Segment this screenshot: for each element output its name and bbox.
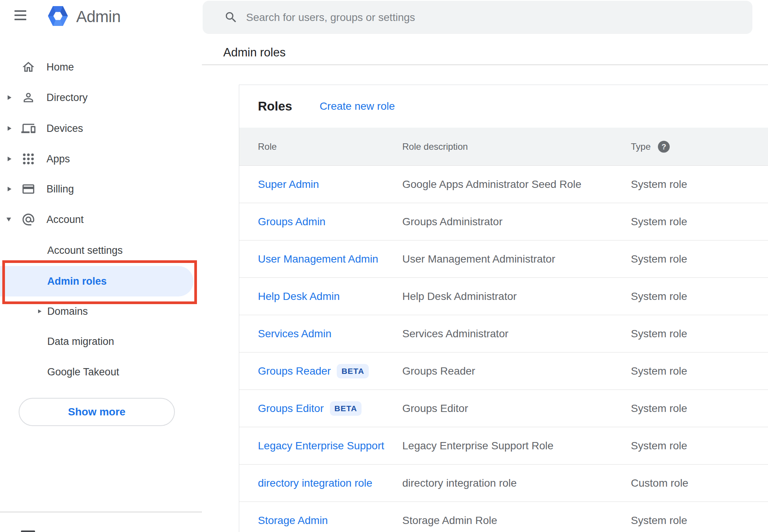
sidebar-item-google-takeout[interactable]: Google Takeout [0,357,202,387]
role-cell: Groups Reader BETA [258,364,369,378]
sidebar-item-label: Directory [46,92,88,104]
home-icon [21,60,35,74]
devices-icon [21,122,35,136]
role-type: System role [631,253,687,265]
sidebar-item-label: Billing [46,183,74,195]
table-row: directory integration role directory int… [239,464,768,502]
admin-logo-icon [48,6,68,28]
role-type: System role [631,402,687,415]
role-cell: Storage Admin [258,514,328,527]
column-header-type: Type ? [631,141,670,152]
table-row: Groups Admin Groups Administrator System… [239,203,768,240]
chevron-right-icon[interactable] [38,309,42,313]
sidebar-item-home[interactable]: Home [0,52,202,82]
role-link[interactable]: Help Desk Admin [258,290,340,303]
role-link[interactable]: Groups Admin [258,216,325,228]
role-cell: Groups Admin [258,216,325,228]
person-icon [21,91,35,105]
sidebar-item-directory[interactable]: Directory [0,82,202,113]
role-link[interactable]: Legacy Enterprise Support [258,440,384,452]
sidebar-item-admin-roles[interactable]: Admin roles [0,266,202,296]
sidebar-divider [0,511,202,513]
role-link[interactable]: Storage Admin [258,514,328,527]
apps-grid-icon [21,152,35,166]
role-link[interactable]: Groups Editor [258,402,324,415]
role-description: Legacy Enterprise Support Role [402,440,554,452]
chevron-right-icon[interactable] [8,95,11,100]
beta-badge: BETA [337,364,369,378]
chevron-down-icon[interactable] [6,218,11,221]
role-type: System role [631,178,687,191]
sidebar-item-account-settings[interactable]: Account settings [0,235,202,266]
column-header-type-label: Type [631,141,651,152]
roles-card: Roles Create new role Role Role descript… [239,85,768,532]
beta-badge: BETA [330,401,362,416]
sidebar-item-label: Account settings [47,245,123,256]
sidebar-item-label: Data migration [47,336,114,348]
table-header-row: Role Role description Type ? [239,128,768,165]
role-link[interactable]: User Management Admin [258,253,378,265]
sidebar-item-label: Domains [47,306,88,317]
search-input[interactable] [203,1,752,34]
role-description: Groups Administrator [402,216,502,228]
table-row: Services Admin Services Administrator Sy… [239,315,768,352]
breadcrumb: Admin roles [223,45,286,60]
sidebar-item-domains[interactable]: Domains [0,296,202,327]
hamburger-bar [14,10,26,12]
admin-console: Admin Admin roles Home Directory Devices… [0,0,768,532]
role-cell: Services Admin [258,328,331,340]
table-row: Storage Admin Storage Admin Role System … [239,502,768,532]
role-cell: Super Admin [258,178,319,191]
table-body: Super Admin Google Apps Administrator Se… [239,165,768,532]
sidebar-item-label: Devices [46,123,83,135]
role-type: System role [631,440,687,452]
header-divider [202,64,768,65]
role-description: Groups Reader [402,365,475,377]
role-description: Google Apps Administrator Seed Role [402,178,581,191]
role-cell: Help Desk Admin [258,290,340,303]
hamburger-menu-button[interactable] [14,10,26,20]
role-cell: directory integration role [258,477,372,489]
sidebar-item-billing[interactable]: Billing [0,174,202,204]
column-header-role-description: Role description [402,141,468,152]
chevron-right-icon[interactable] [8,187,11,191]
help-icon[interactable]: ? [658,141,670,152]
table-row: Legacy Enterprise Support Legacy Enterpr… [239,427,768,464]
chevron-right-icon[interactable] [8,157,11,161]
table-row: Help Desk Admin Help Desk Administrator … [239,277,768,315]
create-new-role-link[interactable]: Create new role [320,100,395,112]
show-more-button[interactable]: Show more [19,398,175,426]
sidebar-item-label: Apps [46,153,70,165]
role-cell: Groups Editor BETA [258,401,362,416]
sidebar-item-label: Admin roles [47,276,107,287]
role-type: System role [631,216,687,228]
chevron-right-icon[interactable] [8,126,11,131]
role-description: User Management Administrator [402,253,555,265]
role-type: System role [631,514,687,527]
admin-logo[interactable]: Admin [48,6,121,27]
role-type: Custom role [631,477,688,489]
role-link[interactable]: directory integration role [258,477,372,489]
role-link[interactable]: Services Admin [258,328,331,340]
role-type: System role [631,365,687,377]
role-link[interactable]: Groups Reader [258,365,331,377]
show-more-label: Show more [68,406,126,418]
sidebar-item-label: Account [46,214,84,226]
product-name: Admin [76,8,121,26]
table-row: Groups Editor BETA Groups Editor System … [239,389,768,427]
search-bar[interactable] [203,1,752,34]
role-description: Storage Admin Role [402,514,497,527]
role-link[interactable]: Super Admin [258,178,319,191]
sidebar-item-apps[interactable]: Apps [0,144,202,174]
table-row: User Management Admin User Management Ad… [239,240,768,277]
sidebar-item-devices[interactable]: Devices [0,113,202,144]
table-row: Groups Reader BETA Groups Reader System … [239,352,768,389]
role-cell: Legacy Enterprise Support [258,440,384,452]
sidebar-item-label: Home [46,61,74,73]
card-title: Roles [258,99,292,114]
sidebar-item-account[interactable]: Account [0,204,202,235]
hamburger-bar [14,14,26,16]
role-type: System role [631,290,687,303]
cut-off-sidebar-icon [21,530,35,532]
sidebar-item-data-migration[interactable]: Data migration [0,326,202,357]
